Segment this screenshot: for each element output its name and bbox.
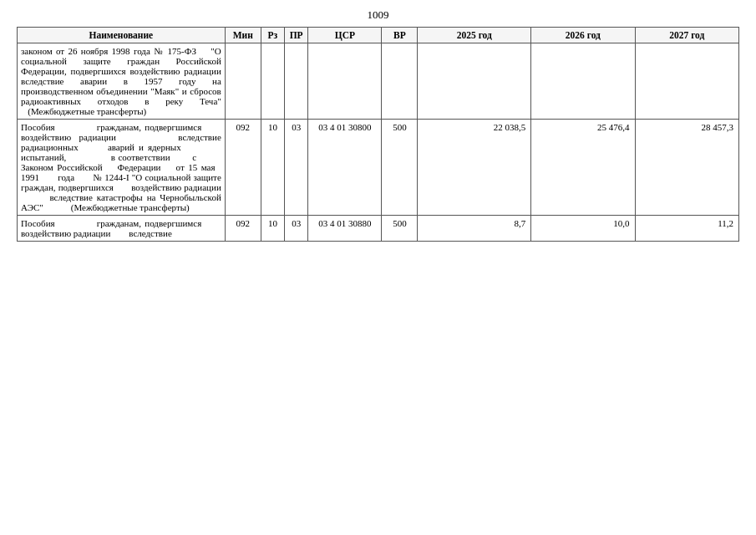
row2-pr: 03 bbox=[285, 120, 308, 216]
row3-vr: 500 bbox=[382, 216, 418, 242]
row3-y26: 10,0 bbox=[531, 216, 635, 242]
row1-vr bbox=[382, 43, 418, 120]
header-name: Наименование bbox=[18, 28, 226, 43]
row2-y27: 28 457,3 bbox=[635, 120, 738, 216]
row3-name: Пособия гражданам, подвергшимся воздейст… bbox=[18, 216, 226, 242]
row3-min: 092 bbox=[225, 216, 261, 242]
header-vr: ВР bbox=[382, 28, 418, 43]
row2-name: Пособия гражданам, подвергшимся воздейст… bbox=[18, 120, 226, 216]
header-y25: 2025 год bbox=[418, 28, 531, 43]
header-y27: 2027 год bbox=[635, 28, 738, 43]
table-row: Пособия гражданам, подвергшимся воздейст… bbox=[18, 120, 739, 216]
row3-y25: 8,7 bbox=[418, 216, 531, 242]
row3-pr: 03 bbox=[285, 216, 308, 242]
header-y26: 2026 год bbox=[531, 28, 635, 43]
row2-y26: 25 476,4 bbox=[531, 120, 635, 216]
row1-pr bbox=[285, 43, 308, 120]
header-csr: ЦСР bbox=[308, 28, 382, 43]
header-pr: ПР bbox=[285, 28, 308, 43]
row1-name: законом от 26 ноября 1998 года № 175-ФЗ … bbox=[18, 43, 226, 120]
row2-min: 092 bbox=[225, 120, 261, 216]
table-row: Пособия гражданам, подвергшимся воздейст… bbox=[18, 216, 739, 242]
header-rz: Рз bbox=[261, 28, 284, 43]
page-number: 1009 bbox=[17, 8, 739, 22]
table-row: законом от 26 ноября 1998 года № 175-ФЗ … bbox=[18, 43, 739, 120]
main-table: Наименование Мин Рз ПР ЦСР ВР 2025 год 2… bbox=[17, 27, 739, 242]
row1-y27 bbox=[635, 43, 738, 120]
row1-rz bbox=[261, 43, 284, 120]
table-header-row: Наименование Мин Рз ПР ЦСР ВР 2025 год 2… bbox=[18, 28, 739, 43]
row1-y26 bbox=[531, 43, 635, 120]
row2-y25: 22 038,5 bbox=[418, 120, 531, 216]
row2-csr: 03 4 01 30800 bbox=[308, 120, 382, 216]
row1-csr bbox=[308, 43, 382, 120]
page: 1009 Наименование Мин Рз ПР ЦСР ВР 2025 … bbox=[0, 0, 756, 535]
header-min: Мин bbox=[225, 28, 261, 43]
row3-csr: 03 4 01 30880 bbox=[308, 216, 382, 242]
row3-y27: 11,2 bbox=[635, 216, 738, 242]
row2-vr: 500 bbox=[382, 120, 418, 216]
row1-min bbox=[225, 43, 261, 120]
row2-rz: 10 bbox=[261, 120, 284, 216]
row3-rz: 10 bbox=[261, 216, 284, 242]
row1-y25 bbox=[418, 43, 531, 120]
